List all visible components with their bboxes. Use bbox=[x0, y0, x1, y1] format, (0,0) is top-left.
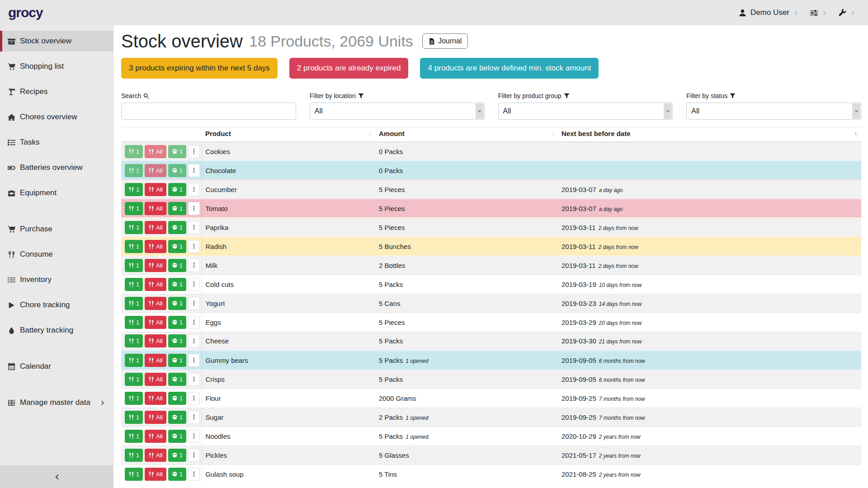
open-one-button[interactable]: 1 bbox=[168, 164, 186, 177]
best-before-column-header[interactable]: Next best before date ↑↓ bbox=[558, 127, 861, 142]
open-one-button[interactable]: 1 bbox=[168, 259, 186, 272]
row-menu-button[interactable] bbox=[188, 297, 200, 310]
row-menu-button[interactable] bbox=[188, 449, 200, 462]
consume-one-button[interactable]: 1 bbox=[125, 430, 143, 443]
row-menu-button[interactable] bbox=[188, 202, 200, 215]
consume-one-button[interactable]: 1 bbox=[125, 468, 143, 481]
sidebar-item-manage-master-data[interactable]: Manage master data bbox=[0, 392, 113, 413]
row-menu-button[interactable] bbox=[188, 392, 200, 405]
sidebar-item-stock-overview[interactable]: Stock overview bbox=[0, 31, 113, 52]
consume-all-button[interactable]: All bbox=[145, 164, 166, 177]
consume-one-button[interactable]: 1 bbox=[125, 259, 143, 272]
consume-all-button[interactable]: All bbox=[145, 373, 166, 386]
consume-all-button[interactable]: All bbox=[145, 183, 166, 196]
row-menu-button[interactable] bbox=[188, 316, 200, 329]
consume-all-button[interactable]: All bbox=[145, 354, 166, 367]
sidebar-item-chore-tracking[interactable]: Chore tracking bbox=[0, 295, 113, 315]
consume-one-button[interactable]: 1 bbox=[125, 392, 143, 405]
row-menu-button[interactable] bbox=[188, 145, 200, 158]
sidebar-item-recipes[interactable]: Recipes bbox=[0, 81, 113, 102]
consume-all-button[interactable]: All bbox=[145, 468, 166, 481]
below-min-stock-alert[interactable]: 4 products are below defined min. stock … bbox=[420, 58, 599, 79]
consume-one-button[interactable]: 1 bbox=[125, 164, 143, 177]
sidebar-item-tasks[interactable]: Tasks bbox=[0, 132, 113, 153]
journal-button[interactable]: Journal bbox=[422, 33, 468, 49]
consume-one-button[interactable]: 1 bbox=[125, 240, 143, 253]
open-one-button[interactable]: 1 bbox=[168, 202, 186, 215]
status-select[interactable]: All bbox=[686, 103, 861, 120]
consume-one-button[interactable]: 1 bbox=[125, 316, 143, 329]
consume-all-button[interactable]: All bbox=[145, 278, 166, 291]
row-menu-button[interactable] bbox=[188, 468, 200, 481]
row-menu-button[interactable] bbox=[188, 240, 200, 253]
consume-one-button[interactable]: 1 bbox=[125, 202, 143, 215]
row-menu-button[interactable] bbox=[188, 430, 200, 443]
open-one-button[interactable]: 1 bbox=[168, 449, 186, 462]
consume-one-button[interactable]: 1 bbox=[125, 278, 143, 291]
consume-one-button[interactable]: 1 bbox=[125, 297, 143, 310]
sidebar-item-calendar[interactable]: Calendar bbox=[0, 356, 113, 377]
open-one-button[interactable]: 1 bbox=[168, 145, 186, 158]
open-one-button[interactable]: 1 bbox=[168, 334, 186, 347]
consume-all-button[interactable]: All bbox=[145, 392, 166, 405]
sidebar-item-batteries-overview[interactable]: Batteries overview bbox=[0, 157, 113, 178]
consume-one-button[interactable]: 1 bbox=[125, 183, 143, 196]
search-input[interactable] bbox=[121, 103, 296, 120]
sidebar-item-shopping-list[interactable]: Shopping list bbox=[0, 56, 113, 77]
open-one-button[interactable]: 1 bbox=[168, 278, 186, 291]
consume-all-button[interactable]: All bbox=[145, 411, 166, 424]
open-one-button[interactable]: 1 bbox=[168, 221, 186, 234]
open-one-button[interactable]: 1 bbox=[168, 316, 186, 329]
open-one-button[interactable]: 1 bbox=[168, 430, 186, 443]
consume-all-button[interactable]: All bbox=[145, 202, 166, 215]
consume-one-button[interactable]: 1 bbox=[125, 221, 143, 234]
product-column-header[interactable]: Product ↑↓ bbox=[202, 127, 375, 142]
consume-all-button[interactable]: All bbox=[145, 449, 166, 462]
open-one-button[interactable]: 1 bbox=[168, 183, 186, 196]
expiring-alert[interactable]: 3 products expiring within the next 5 da… bbox=[121, 58, 278, 79]
consume-one-button[interactable]: 1 bbox=[125, 373, 143, 386]
sidebar-item-inventory[interactable]: Inventory bbox=[0, 269, 113, 290]
row-menu-button[interactable] bbox=[188, 411, 200, 424]
consume-all-button[interactable]: All bbox=[145, 221, 166, 234]
open-one-button[interactable]: 1 bbox=[168, 468, 186, 481]
sidebar-item-chores-overview[interactable]: Chores overview bbox=[0, 107, 113, 127]
open-one-button[interactable]: 1 bbox=[168, 373, 186, 386]
row-menu-button[interactable] bbox=[188, 221, 200, 234]
consume-one-button[interactable]: 1 bbox=[125, 411, 143, 424]
sidebar-item-equipment[interactable]: Equipment bbox=[0, 183, 113, 203]
consume-all-button[interactable]: All bbox=[145, 297, 166, 310]
consume-all-button[interactable]: All bbox=[145, 430, 166, 443]
grocy-logo[interactable]: grocy bbox=[0, 5, 43, 20]
row-menu-button[interactable] bbox=[188, 259, 200, 272]
open-one-button[interactable]: 1 bbox=[168, 297, 186, 310]
location-select[interactable]: All bbox=[310, 103, 485, 120]
sidebar-item-battery-tracking[interactable]: Battery tracking bbox=[0, 320, 113, 341]
row-menu-button[interactable] bbox=[188, 183, 200, 196]
open-one-button[interactable]: 1 bbox=[168, 392, 186, 405]
admin-menu[interactable] bbox=[839, 9, 856, 17]
open-one-button[interactable]: 1 bbox=[168, 354, 186, 367]
row-menu-button[interactable] bbox=[188, 354, 200, 367]
expired-alert[interactable]: 2 products are already expired bbox=[289, 58, 409, 79]
settings-menu[interactable] bbox=[810, 9, 828, 17]
consume-one-button[interactable]: 1 bbox=[125, 334, 143, 347]
consume-one-button[interactable]: 1 bbox=[125, 354, 143, 367]
open-one-button[interactable]: 1 bbox=[168, 240, 186, 253]
consume-all-button[interactable]: All bbox=[145, 259, 166, 272]
sidebar-item-purchase[interactable]: Purchase bbox=[0, 219, 113, 239]
user-menu[interactable]: Demo User bbox=[739, 8, 799, 17]
consume-one-button[interactable]: 1 bbox=[125, 145, 143, 158]
sidebar-item-consume[interactable]: Consume bbox=[0, 244, 113, 265]
amount-column-header[interactable]: Amount ↑↓ bbox=[375, 127, 558, 142]
sidebar-collapse-button[interactable] bbox=[0, 465, 113, 488]
consume-all-button[interactable]: All bbox=[145, 240, 166, 253]
consume-all-button[interactable]: All bbox=[145, 145, 166, 158]
consume-all-button[interactable]: All bbox=[145, 316, 166, 329]
row-menu-button[interactable] bbox=[188, 278, 200, 291]
row-menu-button[interactable] bbox=[188, 373, 200, 386]
consume-all-button[interactable]: All bbox=[145, 334, 166, 347]
product-group-select[interactable]: All bbox=[498, 103, 673, 120]
consume-one-button[interactable]: 1 bbox=[125, 449, 143, 462]
open-one-button[interactable]: 1 bbox=[168, 411, 186, 424]
